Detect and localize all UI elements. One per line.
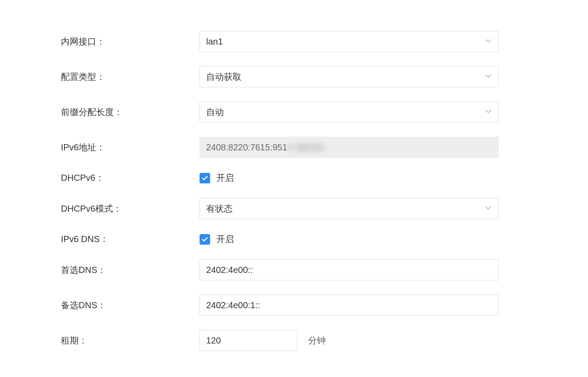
dhcpv6-checkbox-label: 开启 xyxy=(216,172,234,184)
ipv6-address-value-visible: 2408:8220:7615:951 xyxy=(206,142,287,153)
lease-row: 租期： 分钟 xyxy=(61,330,588,351)
prefix-length-label: 前缀分配长度： xyxy=(61,106,200,118)
secondary-dns-row: 备选DNS： xyxy=(61,295,588,316)
check-icon xyxy=(201,175,208,182)
dhcpv6-mode-value: 有状态 xyxy=(206,203,233,215)
secondary-dns-input[interactable] xyxy=(200,295,499,316)
ipv6-config-form: 内网接口： lan1 配置类型： 自动获取 xyxy=(0,31,588,351)
lan-interface-row: 内网接口： lan1 xyxy=(61,31,588,52)
dhcpv6-mode-label: DHCPv6模式： xyxy=(61,203,200,215)
config-type-row: 配置类型： 自动获取 xyxy=(61,66,588,87)
ipv6-address-value-blurred: 4::961/64 xyxy=(287,142,324,153)
primary-dns-input[interactable] xyxy=(200,259,499,280)
lan-interface-select[interactable]: lan1 xyxy=(200,31,499,52)
lan-interface-value: lan1 xyxy=(206,37,223,47)
ipv6-address-row: IPv6地址： 2408:8220:7615:9514::961/64 xyxy=(61,137,588,158)
primary-dns-row: 首选DNS： xyxy=(61,259,588,280)
dhcpv6-row: DHCPv6： 开启 xyxy=(61,172,588,184)
secondary-dns-label: 备选DNS： xyxy=(61,299,200,311)
lan-interface-label: 内网接口： xyxy=(61,36,200,48)
lease-unit: 分钟 xyxy=(308,335,326,347)
dhcpv6-checkbox[interactable] xyxy=(200,173,210,183)
config-type-value: 自动获取 xyxy=(206,71,241,83)
ipv6-dns-label: IPv6 DNS： xyxy=(61,233,200,245)
lease-input[interactable] xyxy=(200,330,298,351)
prefix-length-row: 前缀分配长度： 自动 xyxy=(61,101,588,123)
lease-label: 租期： xyxy=(61,335,200,347)
config-type-label: 配置类型： xyxy=(61,71,200,83)
ipv6-address-field: 2408:8220:7615:9514::961/64 xyxy=(200,137,499,158)
prefix-length-select[interactable]: 自动 xyxy=(200,101,499,123)
dhcpv6-label: DHCPv6： xyxy=(61,172,200,184)
config-type-select[interactable]: 自动获取 xyxy=(200,66,499,87)
ipv6-dns-checkbox[interactable] xyxy=(200,234,210,245)
primary-dns-label: 首选DNS： xyxy=(61,264,200,276)
check-icon xyxy=(201,236,208,243)
dhcpv6-mode-select[interactable]: 有状态 xyxy=(200,198,499,219)
prefix-length-value: 自动 xyxy=(206,106,224,118)
ipv6-dns-row: IPv6 DNS： 开启 xyxy=(61,233,588,245)
dhcpv6-mode-row: DHCPv6模式： 有状态 xyxy=(61,198,588,219)
ipv6-dns-checkbox-label: 开启 xyxy=(216,233,234,245)
ipv6-address-label: IPv6地址： xyxy=(61,142,200,153)
